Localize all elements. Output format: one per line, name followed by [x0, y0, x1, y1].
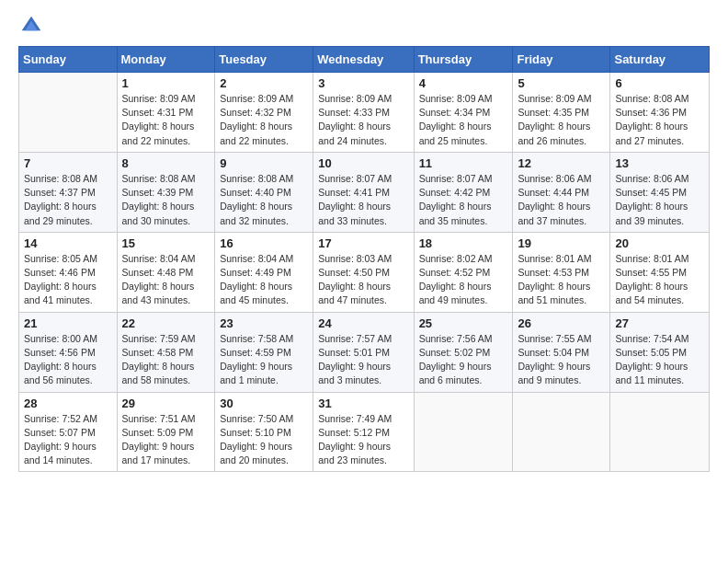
day-number: 23 — [220, 316, 308, 330]
day-info: Sunrise: 8:09 AM Sunset: 4:34 PM Dayligh… — [419, 92, 508, 148]
day-number: 11 — [419, 156, 508, 170]
day-number: 7 — [24, 156, 112, 170]
day-number: 28 — [24, 396, 112, 410]
calendar-cell: 31Sunrise: 7:49 AM Sunset: 5:12 PM Dayli… — [313, 392, 414, 472]
calendar-cell: 25Sunrise: 7:56 AM Sunset: 5:02 PM Dayli… — [414, 312, 513, 392]
calendar-cell: 15Sunrise: 8:04 AM Sunset: 4:48 PM Dayli… — [117, 232, 215, 312]
day-info: Sunrise: 8:08 AM Sunset: 4:40 PM Dayligh… — [220, 172, 308, 228]
day-info: Sunrise: 8:09 AM Sunset: 4:31 PM Dayligh… — [122, 92, 210, 148]
calendar-cell: 2Sunrise: 8:09 AM Sunset: 4:32 PM Daylig… — [215, 73, 313, 153]
day-number: 13 — [615, 156, 704, 170]
day-info: Sunrise: 8:07 AM Sunset: 4:41 PM Dayligh… — [318, 172, 408, 228]
logo-icon — [20, 15, 42, 37]
day-number: 15 — [122, 236, 210, 250]
day-number: 24 — [318, 316, 408, 330]
day-info: Sunrise: 8:08 AM Sunset: 4:39 PM Dayligh… — [122, 172, 210, 228]
calendar-cell: 18Sunrise: 8:02 AM Sunset: 4:52 PM Dayli… — [414, 232, 513, 312]
day-info: Sunrise: 7:59 AM Sunset: 4:58 PM Dayligh… — [122, 332, 210, 388]
day-number: 19 — [518, 236, 605, 250]
calendar-cell: 22Sunrise: 7:59 AM Sunset: 4:58 PM Dayli… — [117, 312, 215, 392]
calendar-cell: 24Sunrise: 7:57 AM Sunset: 5:01 PM Dayli… — [313, 312, 414, 392]
calendar-cell: 14Sunrise: 8:05 AM Sunset: 4:46 PM Dayli… — [19, 232, 118, 312]
calendar-cell: 13Sunrise: 8:06 AM Sunset: 4:45 PM Dayli… — [610, 152, 710, 232]
day-info: Sunrise: 8:04 AM Sunset: 4:48 PM Dayligh… — [122, 252, 210, 308]
day-info: Sunrise: 7:51 AM Sunset: 5:09 PM Dayligh… — [122, 412, 210, 468]
calendar-cell: 19Sunrise: 8:01 AM Sunset: 4:53 PM Dayli… — [513, 232, 610, 312]
calendar-weekday-monday: Monday — [117, 47, 215, 73]
day-number: 16 — [220, 236, 308, 250]
calendar-cell: 27Sunrise: 7:54 AM Sunset: 5:05 PM Dayli… — [610, 312, 710, 392]
day-number: 26 — [518, 316, 605, 330]
calendar-cell: 5Sunrise: 8:09 AM Sunset: 4:35 PM Daylig… — [513, 73, 610, 153]
day-info: Sunrise: 8:06 AM Sunset: 4:45 PM Dayligh… — [615, 172, 704, 228]
calendar-table: SundayMondayTuesdayWednesdayThursdayFrid… — [18, 46, 710, 472]
calendar-week-4: 21Sunrise: 8:00 AM Sunset: 4:56 PM Dayli… — [19, 312, 710, 392]
calendar-cell: 9Sunrise: 8:08 AM Sunset: 4:40 PM Daylig… — [215, 152, 313, 232]
calendar-cell: 17Sunrise: 8:03 AM Sunset: 4:50 PM Dayli… — [313, 232, 414, 312]
day-info: Sunrise: 7:58 AM Sunset: 4:59 PM Dayligh… — [220, 332, 308, 388]
day-info: Sunrise: 8:03 AM Sunset: 4:50 PM Dayligh… — [318, 252, 408, 308]
day-info: Sunrise: 8:07 AM Sunset: 4:42 PM Dayligh… — [419, 172, 508, 228]
day-number: 5 — [518, 76, 605, 90]
day-number: 12 — [518, 156, 605, 170]
calendar-week-3: 14Sunrise: 8:05 AM Sunset: 4:46 PM Dayli… — [19, 232, 710, 312]
calendar-cell — [414, 392, 513, 472]
calendar-cell: 23Sunrise: 7:58 AM Sunset: 4:59 PM Dayli… — [215, 312, 313, 392]
day-info: Sunrise: 8:04 AM Sunset: 4:49 PM Dayligh… — [220, 252, 308, 308]
calendar-cell — [19, 73, 118, 153]
page: SundayMondayTuesdayWednesdayThursdayFrid… — [0, 0, 728, 481]
day-number: 22 — [122, 316, 210, 330]
day-info: Sunrise: 8:09 AM Sunset: 4:35 PM Dayligh… — [518, 92, 605, 148]
day-number: 20 — [615, 236, 704, 250]
calendar-cell: 8Sunrise: 8:08 AM Sunset: 4:39 PM Daylig… — [117, 152, 215, 232]
day-info: Sunrise: 8:09 AM Sunset: 4:33 PM Dayligh… — [318, 92, 408, 148]
day-info: Sunrise: 8:02 AM Sunset: 4:52 PM Dayligh… — [419, 252, 508, 308]
calendar-week-2: 7Sunrise: 8:08 AM Sunset: 4:37 PM Daylig… — [19, 152, 710, 232]
day-number: 3 — [318, 76, 408, 90]
day-info: Sunrise: 7:56 AM Sunset: 5:02 PM Dayligh… — [419, 332, 508, 388]
day-number: 9 — [220, 156, 308, 170]
calendar-weekday-wednesday: Wednesday — [313, 47, 414, 73]
day-info: Sunrise: 7:57 AM Sunset: 5:01 PM Dayligh… — [318, 332, 408, 388]
day-info: Sunrise: 8:08 AM Sunset: 4:36 PM Dayligh… — [615, 92, 704, 148]
day-info: Sunrise: 8:01 AM Sunset: 4:55 PM Dayligh… — [615, 252, 704, 308]
day-number: 6 — [615, 76, 704, 90]
calendar-cell: 30Sunrise: 7:50 AM Sunset: 5:10 PM Dayli… — [215, 392, 313, 472]
calendar-cell: 11Sunrise: 8:07 AM Sunset: 4:42 PM Dayli… — [414, 152, 513, 232]
logo — [18, 15, 42, 37]
calendar-cell: 4Sunrise: 8:09 AM Sunset: 4:34 PM Daylig… — [414, 73, 513, 153]
calendar-cell: 6Sunrise: 8:08 AM Sunset: 4:36 PM Daylig… — [610, 73, 710, 153]
day-number: 25 — [419, 316, 508, 330]
calendar-weekday-saturday: Saturday — [610, 47, 710, 73]
day-number: 30 — [220, 396, 308, 410]
calendar-cell: 12Sunrise: 8:06 AM Sunset: 4:44 PM Dayli… — [513, 152, 610, 232]
calendar-weekday-thursday: Thursday — [414, 47, 513, 73]
day-number: 14 — [24, 236, 112, 250]
calendar-weekday-tuesday: Tuesday — [215, 47, 313, 73]
day-info: Sunrise: 7:55 AM Sunset: 5:04 PM Dayligh… — [518, 332, 605, 388]
calendar-week-5: 28Sunrise: 7:52 AM Sunset: 5:07 PM Dayli… — [19, 392, 710, 472]
calendar-cell — [610, 392, 710, 472]
day-info: Sunrise: 7:50 AM Sunset: 5:10 PM Dayligh… — [220, 412, 308, 468]
calendar-cell: 16Sunrise: 8:04 AM Sunset: 4:49 PM Dayli… — [215, 232, 313, 312]
calendar-weekday-sunday: Sunday — [19, 47, 118, 73]
day-number: 2 — [220, 76, 308, 90]
day-number: 8 — [122, 156, 210, 170]
day-info: Sunrise: 7:52 AM Sunset: 5:07 PM Dayligh… — [24, 412, 112, 468]
calendar-week-1: 1Sunrise: 8:09 AM Sunset: 4:31 PM Daylig… — [19, 73, 710, 153]
day-info: Sunrise: 8:00 AM Sunset: 4:56 PM Dayligh… — [24, 332, 112, 388]
day-number: 21 — [24, 316, 112, 330]
calendar-cell — [513, 392, 610, 472]
calendar-cell: 10Sunrise: 8:07 AM Sunset: 4:41 PM Dayli… — [313, 152, 414, 232]
calendar-cell: 20Sunrise: 8:01 AM Sunset: 4:55 PM Dayli… — [610, 232, 710, 312]
day-number: 10 — [318, 156, 408, 170]
calendar-cell: 3Sunrise: 8:09 AM Sunset: 4:33 PM Daylig… — [313, 73, 414, 153]
day-info: Sunrise: 8:09 AM Sunset: 4:32 PM Dayligh… — [220, 92, 308, 148]
day-number: 31 — [318, 396, 408, 410]
calendar-cell: 7Sunrise: 8:08 AM Sunset: 4:37 PM Daylig… — [19, 152, 118, 232]
header — [18, 15, 710, 37]
calendar-cell: 26Sunrise: 7:55 AM Sunset: 5:04 PM Dayli… — [513, 312, 610, 392]
day-info: Sunrise: 8:05 AM Sunset: 4:46 PM Dayligh… — [24, 252, 112, 308]
day-number: 18 — [419, 236, 508, 250]
day-number: 29 — [122, 396, 210, 410]
